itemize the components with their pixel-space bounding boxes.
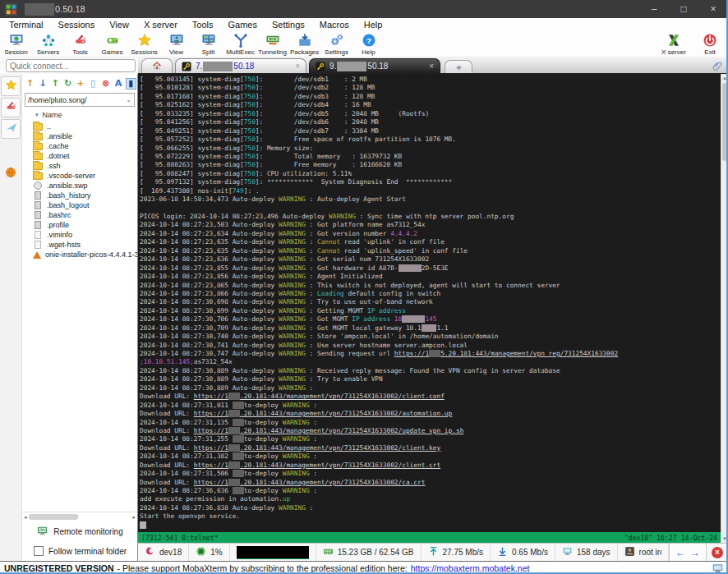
favorites-tab-button[interactable] bbox=[1, 76, 21, 96]
path-dropdown[interactable]: /home/pluto.song/ ⌄ bbox=[25, 93, 135, 107]
follow-terminal-folder-checkbox[interactable] bbox=[34, 546, 44, 556]
file-list-header[interactable]: ▾ Name bbox=[22, 108, 137, 122]
file-item[interactable]: .profile bbox=[22, 220, 137, 230]
terminal-url-link[interactable]: https://1 bbox=[194, 393, 228, 400]
pin-terminal-icon[interactable]: ▮ bbox=[126, 78, 136, 90]
terminal-text: add execute permission in automation. bbox=[140, 495, 283, 503]
rename-icon[interactable]: A bbox=[113, 78, 123, 90]
terminal-text: Cannot bbox=[317, 238, 340, 246]
toolbar-button-tunneling[interactable]: Tunneling bbox=[256, 31, 288, 57]
file-item[interactable]: .dotnet bbox=[22, 151, 137, 161]
menu-item-view[interactable]: View bbox=[102, 20, 136, 30]
paperclip-icon[interactable] bbox=[712, 60, 723, 71]
terminal-line: [ 95.025162] system-diag[750]: /dev/sdb4… bbox=[140, 101, 721, 109]
upload-icon[interactable]: ↑ bbox=[50, 78, 61, 90]
maximize-button[interactable]: □ bbox=[669, 0, 698, 18]
file-item[interactable]: .vscode-server bbox=[22, 171, 137, 181]
toolbar-button-view[interactable]: View bbox=[160, 31, 192, 57]
terminal-url-link[interactable]: .20.181:443/management/vpn/731254X163300… bbox=[240, 479, 425, 486]
file-item[interactable]: .wget-hsts bbox=[22, 240, 137, 250]
terminal-url-link[interactable]: https://1 bbox=[194, 427, 228, 434]
status-close-button[interactable]: × bbox=[712, 547, 723, 558]
file-item[interactable]: .bash_history bbox=[22, 191, 137, 200]
toolbar-button-tools[interactable]: Tools bbox=[64, 31, 96, 57]
menu-item-sessions[interactable]: Sessions bbox=[51, 20, 103, 30]
home-tab[interactable] bbox=[141, 58, 173, 73]
refresh-icon[interactable]: ↻ bbox=[62, 78, 73, 90]
file-item[interactable]: .ansible.swp bbox=[22, 181, 137, 191]
toolbar-button-split[interactable]: Split bbox=[192, 31, 224, 57]
new-file-icon[interactable]: ▯ bbox=[88, 78, 99, 90]
delete-icon[interactable]: ⊗ bbox=[100, 78, 111, 90]
toolbar-button-servers[interactable]: Servers bbox=[32, 31, 64, 57]
parent-folder-icon[interactable]: ↑ bbox=[25, 78, 35, 90]
file-item[interactable]: .bashrc bbox=[22, 210, 137, 220]
terminal-text: : Getting MGMT bbox=[306, 307, 367, 315]
quick-connect-input[interactable] bbox=[6, 59, 136, 72]
session-tab-7[interactable]: 7. 50.18× bbox=[175, 58, 306, 73]
close-button[interactable]: × bbox=[698, 0, 728, 18]
toolbar-button-x-server[interactable]: X server bbox=[656, 31, 692, 57]
toolbar-button-packages[interactable]: Packages bbox=[288, 31, 320, 57]
toolbar-button-settings[interactable]: Settings bbox=[320, 31, 352, 57]
file-item[interactable]: .viminfo bbox=[22, 230, 137, 240]
file-item[interactable]: .. bbox=[22, 122, 137, 131]
new-folder-icon[interactable]: + bbox=[75, 78, 85, 90]
terminal-text: 2024-10-14 08:27:30,889 Auto-deploy bbox=[140, 375, 279, 383]
mobatek-link[interactable]: https://mobaxterm.mobatek.net bbox=[411, 563, 530, 573]
menu-item-macros[interactable]: Macros bbox=[312, 20, 357, 30]
menu-item-x-server[interactable]: X server bbox=[136, 20, 185, 30]
menu-item-settings[interactable]: Settings bbox=[265, 20, 312, 30]
menu-item-help[interactable]: Help bbox=[357, 20, 390, 30]
download-status-segment: 0.65 Mb/s bbox=[491, 544, 555, 561]
tools-tab-button[interactable] bbox=[1, 98, 21, 117]
name-column-header: Name bbox=[43, 111, 62, 119]
terminal-line: Download URL: https://1 .20.181:443/mana… bbox=[140, 479, 721, 487]
tab-close-button[interactable]: × bbox=[429, 62, 434, 71]
scroll-right-arrow-icon[interactable]: ▸ bbox=[132, 514, 136, 521]
terminal-url-link[interactable]: https://1 bbox=[394, 350, 429, 357]
terminal-output[interactable]: [ 95.003145] system-diag[750]: /dev/sdb1… bbox=[140, 76, 721, 530]
toolbar-button-games[interactable]: Games bbox=[96, 31, 128, 57]
minimize-button[interactable]: – bbox=[639, 0, 669, 18]
download-icon[interactable]: ↓ bbox=[37, 78, 48, 90]
file-item[interactable]: onie-installer-picos-4.4.4.1-3... bbox=[22, 250, 137, 259]
session-tab-9[interactable]: 9. 50.18× bbox=[309, 58, 440, 73]
menu-item-terminal[interactable]: Terminal bbox=[2, 20, 51, 30]
next-arrow-button[interactable]: → bbox=[690, 547, 700, 558]
menu-item-tools[interactable]: Tools bbox=[185, 20, 221, 30]
scroll-left-arrow-icon[interactable]: ◂ bbox=[24, 514, 27, 521]
terminal-url-link[interactable]: .20.181:443/management/vpn/731254X163300… bbox=[240, 410, 452, 417]
menu-item-games[interactable]: Games bbox=[221, 20, 265, 30]
toolbar-button-help[interactable]: ?Help bbox=[352, 31, 385, 57]
terminal-url-link[interactable]: 5.20.181:443/management/vpn_reg/731254X1… bbox=[440, 350, 618, 357]
toolbar-button-label: Packages bbox=[290, 48, 319, 56]
terminal-pane[interactable]: [ 95.003145] system-diag[750]: /dev/sdb1… bbox=[138, 74, 721, 543]
toolbar-button-sessions[interactable]: Sessions bbox=[128, 31, 160, 57]
file-item[interactable]: .ssh bbox=[22, 161, 137, 171]
terminal-text: 2024-10-14 08:27:23,636 Auto-deploy bbox=[140, 255, 279, 263]
terminal-url-link[interactable]: .20.181:443/management/vpn/731254X163300… bbox=[240, 393, 445, 400]
tab-close-button[interactable]: × bbox=[295, 62, 300, 71]
sftp-tab-button[interactable] bbox=[2, 165, 20, 183]
file-item[interactable]: .bash_logout bbox=[22, 200, 137, 210]
new-tab-button[interactable] bbox=[445, 60, 472, 73]
file-item[interactable]: .cache bbox=[22, 141, 137, 151]
terminal-url-link[interactable]: https://1 bbox=[194, 410, 228, 417]
terminal-url-link[interactable]: https://1 bbox=[194, 444, 228, 452]
hscroll-thumb[interactable] bbox=[29, 514, 78, 520]
toolbar-button-exit[interactable]: Exit bbox=[692, 31, 728, 57]
file-list-hscrollbar[interactable]: ◂ ▸ bbox=[22, 512, 137, 521]
terminal-url-link[interactable]: https://1 bbox=[194, 461, 228, 469]
toolbar-button-multiexec[interactable]: MultiExec bbox=[224, 31, 256, 57]
window-title: 0.50.18 bbox=[55, 4, 639, 14]
terminal-url-link[interactable]: .20.181:443/management/vpn/731254X163300… bbox=[240, 461, 440, 469]
file-item[interactable]: .ansible bbox=[22, 131, 137, 141]
prev-arrow-button[interactable]: ← bbox=[675, 547, 685, 558]
macros-tab-button[interactable] bbox=[1, 119, 21, 139]
terminal-url-link[interactable]: .20.181:443/management/vpn/731254X163300… bbox=[240, 427, 463, 434]
terminal-url-link[interactable]: .20.181:443/management/vpn/731254X163300… bbox=[240, 444, 440, 452]
toolbar-button-session[interactable]: Session bbox=[0, 31, 32, 57]
terminal-url-link[interactable]: https://1 bbox=[194, 479, 228, 486]
remote-monitoring-button[interactable]: Remote monitoring bbox=[22, 521, 137, 541]
